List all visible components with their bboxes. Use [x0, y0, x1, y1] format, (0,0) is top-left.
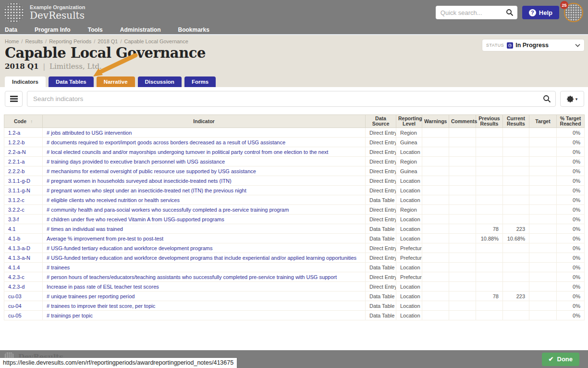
col-warnings[interactable]: Warnings: [422, 115, 449, 128]
indicator-cell[interactable]: # children under five who received Vitam…: [43, 215, 366, 224]
tab-narrative[interactable]: Narrative: [97, 76, 135, 87]
quick-search-input[interactable]: [436, 6, 517, 19]
partner-name: Limitless, Ltd.: [49, 62, 102, 71]
search-icon[interactable]: [543, 95, 551, 103]
menu-button[interactable]: [5, 91, 23, 107]
breadcrumb-reporting-periods[interactable]: Reporting Periods: [49, 38, 91, 44]
nav-item-administration[interactable]: Administration: [120, 26, 161, 33]
search-icon[interactable]: [506, 9, 514, 16]
col-target[interactable]: Target: [529, 115, 557, 128]
table-row: 4.1.4# traineesData TableLocation0%: [4, 263, 585, 272]
table-row: 4.2.3-dIncrease in pass rate of ESL teac…: [4, 282, 585, 292]
target-cell: [529, 234, 557, 243]
code-cell[interactable]: 4.1-b: [4, 234, 43, 243]
col-data-source[interactable]: Data Source: [366, 115, 396, 128]
indicator-cell[interactable]: # USG-funded tertiary education and work…: [43, 243, 366, 253]
code-cell[interactable]: 4.2.3-c: [4, 272, 43, 282]
status-dropdown[interactable]: STATUS In Progress: [482, 39, 584, 51]
nav-item-data[interactable]: Data: [5, 26, 17, 33]
col-reporting-level[interactable]: Reporting Level: [396, 115, 422, 128]
col-comments[interactable]: Comments: [449, 115, 476, 128]
reporting-level-cell: Region: [396, 128, 422, 138]
target-cell: [529, 195, 557, 205]
code-cell[interactable]: 1.2.2-b: [4, 138, 43, 147]
tab-forms[interactable]: Forms: [184, 76, 216, 87]
indicator-cell[interactable]: # pregnant women in households surveyed …: [43, 176, 366, 186]
code-cell[interactable]: cu-04: [4, 301, 43, 311]
col-code[interactable]: Code↑: [4, 115, 43, 128]
code-cell[interactable]: 4.1: [4, 224, 43, 234]
code-cell[interactable]: 4.2.3-d: [4, 282, 43, 292]
indicator-cell[interactable]: # trainees: [43, 263, 366, 272]
col-pct-target-reached[interactable]: % Target Reached: [557, 115, 585, 128]
comments-cell: [449, 282, 476, 292]
reporting-level-cell: Prefecture: [396, 243, 422, 253]
code-cell[interactable]: 2.2-a-N: [4, 147, 43, 157]
indicator-cell[interactable]: Increase in pass rate of ESL teacher tes…: [43, 282, 366, 292]
tab-indicators[interactable]: Indicators: [5, 76, 46, 87]
nav-item-tools[interactable]: Tools: [88, 26, 103, 33]
breadcrumb-2018-q1[interactable]: 2018 Q1: [98, 38, 118, 44]
indicator-cell[interactable]: Average % improvement from pre-test to p…: [43, 234, 366, 243]
indicator-cell[interactable]: # times an individual was trained: [43, 224, 366, 234]
target-cell: [529, 138, 557, 147]
indicator-cell[interactable]: # trainees to improve their test score, …: [43, 301, 366, 311]
done-button[interactable]: ✔ Done: [542, 353, 579, 366]
code-cell[interactable]: 4.1.4: [4, 263, 43, 272]
nav-item-program-info[interactable]: Program Info: [35, 26, 71, 33]
reporting-level-cell: Location: [396, 311, 422, 320]
indicator-cell[interactable]: # local elected councils and and/or mayo…: [43, 147, 366, 157]
tab-data-tables[interactable]: Data Tables: [49, 76, 94, 87]
tab-discussion[interactable]: Discussion: [138, 76, 182, 87]
reporting-level-cell: Location: [396, 301, 422, 311]
code-cell[interactable]: cu-05: [4, 311, 43, 320]
code-cell[interactable]: 3.1.2-c: [4, 195, 43, 205]
col-indicator[interactable]: Indicator: [43, 115, 366, 128]
col-current-results[interactable]: Current Results: [503, 115, 529, 128]
indicator-cell[interactable]: # trainings per topic: [43, 311, 366, 320]
current-results-cell: 223: [503, 292, 529, 301]
code-cell[interactable]: 2.2.1-a: [4, 157, 43, 166]
indicator-cell[interactable]: # mechanisms for external oversight of p…: [43, 166, 366, 176]
data-source-cell: Direct Entry: [366, 205, 396, 215]
indicator-cell[interactable]: # jobs attributed to USG intervention: [43, 128, 366, 138]
indicator-cell[interactable]: # USG-funded tertiary education and work…: [43, 253, 366, 263]
indicator-cell[interactable]: # person hours of teachers/educators/tea…: [43, 272, 366, 282]
code-cell[interactable]: 1.2-a: [4, 128, 43, 138]
code-cell[interactable]: 3.2.2-c: [4, 205, 43, 215]
indicator-cell[interactable]: # pregnant women who slept under an inse…: [43, 186, 366, 195]
help-button[interactable]: ? Help: [522, 6, 559, 19]
indicator-cell[interactable]: # eligible clients who received nutritio…: [43, 195, 366, 205]
user-avatar[interactable]: 25: [564, 3, 583, 22]
in-progress-icon: [507, 42, 513, 49]
table-row: 3.1.1-g-D# pregnant women in households …: [4, 176, 585, 186]
code-cell[interactable]: 3.3-f: [4, 215, 43, 224]
code-cell[interactable]: cu-03: [4, 292, 43, 301]
pct-target-cell: 0%: [557, 205, 585, 215]
col-previous-results[interactable]: Previous Results: [476, 115, 503, 128]
breadcrumb-home[interactable]: Home: [5, 38, 19, 44]
indicator-cell[interactable]: # unique trainees per reporting period: [43, 292, 366, 301]
code-cell[interactable]: 3.1.1-g-N: [4, 186, 43, 195]
nav-item-bookmarks[interactable]: Bookmarks: [178, 26, 209, 33]
previous-results-cell: [476, 282, 503, 292]
indicator-search-input[interactable]: [27, 91, 556, 107]
indicator-cell[interactable]: # training days provided to executive br…: [43, 157, 366, 166]
code-cell[interactable]: 2.2.2-b: [4, 166, 43, 176]
current-results-cell: [503, 205, 529, 215]
code-cell[interactable]: 4.1.3-a-N: [4, 253, 43, 263]
indicators-table: Code↑ Indicator Data Source Reporting Le…: [4, 114, 585, 320]
code-cell[interactable]: 4.1.3-a-D: [4, 243, 43, 253]
gear-icon: [567, 96, 574, 102]
breadcrumb-results[interactable]: Results: [25, 38, 43, 44]
page-header: Home/ Results/ Reporting Periods/ 2018 Q…: [0, 35, 588, 87]
status-value: In Progress: [515, 42, 575, 49]
pct-target-cell: 0%: [557, 138, 585, 147]
settings-button[interactable]: ▾: [560, 91, 584, 107]
pct-target-cell: 0%: [557, 253, 585, 263]
code-cell[interactable]: 3.1.1-g-D: [4, 176, 43, 186]
indicator-cell[interactable]: # documents required to export/import go…: [43, 138, 366, 147]
target-cell: [529, 186, 557, 195]
warnings-cell: [422, 128, 449, 138]
indicator-cell[interactable]: # community health and para-social worke…: [43, 205, 366, 215]
